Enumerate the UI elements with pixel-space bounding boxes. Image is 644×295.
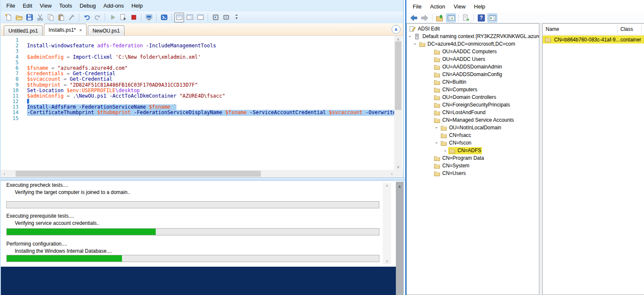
progress-detail: Installing the Windows Internal Database…	[15, 248, 112, 254]
code-token	[222, 109, 225, 115]
tree-item-ou-aaddsdomainadmin[interactable]: OU=AADDSDomainAdmin	[407, 63, 539, 71]
code-token	[170, 104, 173, 110]
tree-item-cn-program-data[interactable]: CN=Program Data	[407, 154, 539, 162]
export-list-icon[interactable]	[461, 14, 471, 22]
code-token: $svcaccount	[27, 76, 60, 82]
tree-item-cn-managed-service-accounts[interactable]: CN=Managed Service Accounts	[407, 116, 539, 124]
pane-splitter[interactable]	[1, 178, 405, 181]
scrollbar-thumb[interactable]	[395, 41, 401, 110]
adsi-edit-window: FileActionViewHelp ? ADSI Edit›Default n…	[405, 0, 644, 295]
collapse-script-pane-button[interactable]: ∧	[392, 25, 400, 34]
tree-item-cn-builtin[interactable]: CN=Builtin	[407, 78, 539, 86]
code-area[interactable]: Install-windowsfeature adfs-federation -…	[27, 38, 394, 170]
tree-item-cn-aaddsdomainconfig[interactable]: CN=AADDSDomainConfig	[407, 71, 539, 78]
code-token: =	[64, 76, 67, 82]
tree-item-dc-azure4d-dc-onmicrosoft-dc-com[interactable]: ›DC=azure4d,DC=onmicrosoft,DC=com	[407, 40, 539, 48]
ise-menu-file[interactable]: File	[3, 1, 19, 11]
tree-item-cn-lostandfound[interactable]: CN=LostAndFound	[407, 109, 539, 116]
tab-label: Installs.ps1*	[49, 27, 76, 33]
editor-tab-newou-ps1[interactable]: NewOU.ps1	[88, 25, 124, 36]
help-icon[interactable]: ?	[476, 14, 486, 22]
scroll-right-icon[interactable]: ›	[388, 170, 395, 178]
ise-menu-help[interactable]: Help	[127, 1, 146, 11]
editor-tab-untitled1-ps1[interactable]: Untitled1.ps1	[4, 25, 43, 36]
tree-item-default-naming-context-ry3kzzrvkinkwgl-azure[interactable]: ›Default naming context [RY3KZZRVKINKWGL…	[407, 33, 539, 40]
open-file-icon[interactable]	[14, 13, 24, 22]
tree-item-ou-aaddc-computers[interactable]: OU=AADDC Computers	[407, 48, 539, 55]
ise-menu-add-ons[interactable]: Add-ons	[100, 1, 127, 11]
scroll-up-icon[interactable]: ∧	[383, 183, 391, 188]
tree-expander-icon[interactable]: ›	[434, 125, 439, 131]
bottom-pane-scrollbar[interactable]: ∧	[396, 182, 403, 295]
tree-item-cn-users[interactable]: CN=Users	[407, 169, 539, 177]
stop-icon[interactable]	[129, 13, 138, 22]
undo-icon[interactable]	[82, 13, 92, 22]
tree-item-cn-adfs[interactable]: ›CN=ADFS	[407, 147, 539, 154]
tree-item-cn-fsacc[interactable]: CN=fsacc	[407, 131, 539, 139]
toolbar-overflow-icon[interactable]: ▾	[232, 13, 241, 22]
ise-menu-view[interactable]: View	[36, 1, 55, 11]
tree-item-row: CN=fscon	[440, 139, 472, 147]
layout-script-right-icon[interactable]	[185, 13, 195, 22]
start-powershell-icon[interactable]	[159, 13, 169, 22]
column-header-name[interactable]: Name	[546, 26, 559, 32]
back-icon[interactable]	[409, 14, 419, 22]
save-icon[interactable]	[24, 13, 34, 22]
tree-expander-icon[interactable]: ›	[434, 140, 439, 146]
new-remote-powershell-tab-icon[interactable]	[144, 13, 154, 22]
tree-item-cn-fscon[interactable]: ›CN=fscon	[407, 139, 539, 147]
tree-item-ou-notinlocaldomain[interactable]: ›OU=NotInLocalDomain	[407, 124, 539, 131]
run-script-icon[interactable]	[108, 13, 117, 22]
editor-tab-installs-ps1[interactable]: Installs.ps1*×	[44, 24, 87, 36]
adsi-menu-file[interactable]: File	[409, 2, 426, 11]
show-action-pane-icon[interactable]	[487, 14, 497, 22]
ise-menu-edit[interactable]: Edit	[19, 1, 36, 11]
tree-item-ou-domain-controllers[interactable]: OU=Domain Controllers	[407, 93, 539, 101]
tab-close-icon[interactable]: ×	[79, 27, 82, 33]
tree-expander-icon[interactable]: ›	[408, 33, 413, 39]
tab-label: Untitled1.ps1	[8, 28, 38, 34]
tree-item-cn-computers[interactable]: CN=Computers	[407, 86, 539, 93]
console-tree-pane[interactable]: ADSI Edit›Default naming context [RY3KZZ…	[406, 23, 539, 295]
layout-script-top-icon[interactable]	[174, 13, 184, 22]
new-remote-tab-icon[interactable]	[221, 13, 231, 22]
tree-expander-icon[interactable]: ›	[442, 148, 448, 153]
tree-expander-icon[interactable]: ›	[413, 41, 418, 47]
run-selection-icon[interactable]	[118, 13, 128, 22]
script-editor-pane[interactable]: 123456789101112131415 Install-windowsfea…	[1, 36, 403, 170]
redo-icon[interactable]	[92, 13, 102, 22]
adsi-menu-action[interactable]: Action	[426, 2, 449, 11]
cut-icon[interactable]	[35, 13, 45, 22]
column-header-class[interactable]: Class	[620, 26, 633, 32]
list-row[interactable]: CN=b864b760-083c-41af-9...container	[543, 36, 644, 44]
adsi-menu-help[interactable]: Help	[470, 2, 490, 11]
copy-icon[interactable]	[46, 13, 55, 22]
editor-horizontal-scrollbar[interactable]: ‹ ›	[1, 170, 403, 178]
up-one-level-icon[interactable]	[435, 14, 445, 22]
scroll-down-icon[interactable]: ∨	[383, 258, 391, 264]
scrollbar-thumb[interactable]	[16, 171, 261, 177]
layout-script-maximized-icon[interactable]	[195, 13, 205, 22]
clear-console-icon[interactable]	[67, 13, 76, 22]
column-divider[interactable]	[641, 25, 641, 33]
output-vertical-scrollbar[interactable]: ∧ ∨	[383, 183, 391, 264]
ise-menu-debug[interactable]: Debug	[76, 1, 100, 11]
ise-menu-tools[interactable]: Tools	[55, 1, 76, 11]
adsi-menu-view[interactable]: View	[449, 2, 470, 11]
show-console-tree-icon[interactable]	[446, 14, 456, 22]
column-divider[interactable]	[617, 25, 617, 33]
scroll-down-icon[interactable]: ∨	[394, 164, 402, 170]
editor-vertical-scrollbar[interactable]: ∧ ∨	[394, 36, 402, 170]
result-list-pane[interactable]: NameClass CN=b864b760-083c-41af-9...cont…	[542, 23, 644, 295]
console-pane[interactable]	[1, 267, 403, 295]
tree-item-cn-foreignsecurityprincipals[interactable]: CN=ForeignSecurityPrincipals	[407, 101, 539, 109]
scroll-left-icon[interactable]: ‹	[1, 170, 8, 178]
paste-icon[interactable]	[56, 13, 66, 22]
tree-item-adsi-edit[interactable]: ADSI Edit	[407, 25, 539, 33]
new-powershell-tab-icon[interactable]	[211, 13, 220, 22]
forward-icon[interactable]	[420, 14, 430, 22]
folder-icon	[449, 148, 456, 154]
new-file-icon[interactable]	[3, 13, 13, 22]
tree-item-ou-aaddc-users[interactable]: OU=AADDC Users	[407, 55, 539, 63]
tree-item-cn-system[interactable]: CN=System	[407, 162, 539, 169]
